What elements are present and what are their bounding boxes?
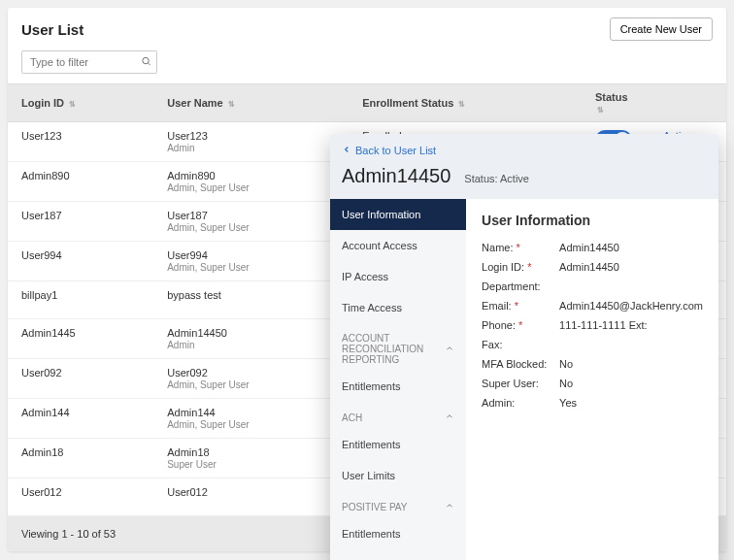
- cell-login: User012: [8, 478, 153, 516]
- cell-login: Admin890: [8, 162, 153, 202]
- cell-username: User994Admin, Super User: [153, 242, 349, 281]
- nav-time-access[interactable]: Time Access: [330, 292, 466, 323]
- info-row-admin: Admin: Yes: [482, 397, 703, 409]
- cell-username: User187Admin, Super User: [153, 202, 349, 242]
- viewing-text: Viewing 1 - 10 of 53: [21, 528, 116, 540]
- nav-ar-entitlements[interactable]: Entitlements: [330, 371, 466, 402]
- info-label: Login ID: *: [482, 261, 559, 273]
- col-status-header[interactable]: Status ⇅: [582, 84, 650, 122]
- back-to-list-link[interactable]: Back to User List: [342, 145, 436, 156]
- cell-username: User012: [153, 478, 349, 516]
- cell-username: Admin144Admin, Super User: [153, 399, 349, 439]
- nav-group-reporting[interactable]: REPORTING: [330, 549, 466, 560]
- svg-point-0: [143, 57, 149, 63]
- filter-container: [8, 50, 726, 83]
- nav-user-information[interactable]: User Information: [330, 199, 466, 230]
- detail-title-row: Admin14450 Status: Active: [342, 157, 707, 199]
- cell-username: bypass test: [153, 281, 349, 319]
- nav-group-account-reconciliation[interactable]: ACCOUNT RECONCILIATION REPORTING: [330, 323, 466, 371]
- user-detail-panel: Back to User List Admin14450 Status: Act…: [330, 134, 718, 560]
- info-label: Phone: *: [482, 319, 559, 331]
- info-value: No: [559, 378, 573, 389]
- col-username-header[interactable]: User Name ⇅: [153, 84, 349, 122]
- cell-username: Admin890Admin, Super User: [153, 162, 349, 202]
- cell-login: User994: [8, 242, 153, 281]
- cell-username: Admin18Super User: [153, 439, 349, 478]
- filter-input-wrap: [21, 50, 157, 74]
- cell-role: Admin, Super User: [167, 379, 335, 390]
- chevron-up-icon: [445, 501, 454, 512]
- cell-login: User123: [8, 122, 153, 162]
- info-label: Admin:: [482, 397, 559, 409]
- info-row-superuser: Super User: No: [482, 378, 703, 389]
- cell-login: billpay1: [8, 281, 153, 319]
- nav-ip-access[interactable]: IP Access: [330, 261, 466, 292]
- cell-role: Admin, Super User: [167, 222, 335, 233]
- cell-role: Admin: [167, 143, 335, 153]
- cell-role: Admin, Super User: [167, 419, 335, 430]
- info-value: Admin14450: [559, 242, 619, 253]
- create-new-user-button[interactable]: Create New User: [610, 17, 713, 41]
- cell-role: Super User: [167, 459, 335, 470]
- info-label: Department:: [482, 280, 559, 292]
- cell-username: Admin14450Admin: [153, 319, 349, 359]
- detail-nav: User Information Account Access IP Acces…: [330, 199, 466, 560]
- chevron-up-icon: [445, 412, 454, 423]
- nav-account-access[interactable]: Account Access: [330, 230, 466, 261]
- svg-line-1: [149, 63, 150, 65]
- col-actions-header: [650, 84, 726, 122]
- sort-icon: ⇅: [458, 100, 465, 109]
- chevron-up-icon: [445, 344, 454, 355]
- section-title: User Information: [482, 213, 703, 228]
- cell-role: Admin, Super User: [167, 262, 335, 273]
- info-row-name: Name: * Admin14450: [482, 242, 703, 253]
- nav-group-positive-pay[interactable]: POSITIVE PAY: [330, 491, 466, 518]
- detail-header: Back to User List Admin14450 Status: Act…: [330, 134, 718, 199]
- detail-title: Admin14450: [342, 165, 450, 187]
- info-label: Name: *: [482, 242, 559, 253]
- info-label: Super User:: [482, 378, 559, 389]
- info-value: 111-111-1111 Ext:: [559, 319, 648, 331]
- cell-login: Admin18: [8, 439, 153, 478]
- cell-login: User092: [8, 359, 153, 399]
- sort-icon: ⇅: [69, 100, 76, 109]
- nav-ach-user-limits[interactable]: User Limits: [330, 460, 466, 491]
- sort-icon: ⇅: [228, 100, 235, 109]
- cell-login: Admin1445: [8, 319, 153, 359]
- info-row-email: Email: * Admin14450@JackHenry.com: [482, 300, 703, 312]
- nav-pp-entitlements[interactable]: Entitlements: [330, 518, 466, 549]
- info-row-login: Login ID: * Admin14450: [482, 261, 703, 273]
- cell-role: Admin, Super User: [167, 182, 335, 193]
- col-enrollment-header[interactable]: Enrollment Status ⇅: [349, 84, 582, 122]
- filter-input[interactable]: [21, 50, 157, 74]
- nav-ach-entitlements[interactable]: Entitlements: [330, 429, 466, 460]
- card-header: User List Create New User: [8, 8, 726, 50]
- chevron-left-icon: [342, 145, 351, 156]
- detail-status: Status: Active: [464, 173, 529, 184]
- search-icon: [141, 56, 151, 69]
- page-title: User List: [21, 21, 83, 38]
- info-row-fax: Fax:: [482, 339, 703, 350]
- info-label: MFA Blocked:: [482, 358, 559, 370]
- cell-login: Admin144: [8, 399, 153, 439]
- cell-role: Admin: [167, 340, 335, 350]
- info-row-department: Department:: [482, 280, 703, 292]
- cell-username: User092Admin, Super User: [153, 359, 349, 399]
- detail-content: User Information Name: * Admin14450 Logi…: [466, 199, 718, 560]
- cell-login: User187: [8, 202, 153, 242]
- info-value: No: [559, 358, 573, 370]
- info-value: Yes: [559, 397, 577, 409]
- sort-icon: ⇅: [597, 106, 604, 115]
- info-value: Admin14450@JackHenry.com: [559, 300, 703, 312]
- info-row-phone: Phone: * 111-111-1111 Ext:: [482, 319, 703, 331]
- info-row-mfa: MFA Blocked: No: [482, 358, 703, 370]
- info-label: Fax:: [482, 339, 559, 350]
- info-label: Email: *: [482, 300, 559, 312]
- info-value: Admin14450: [559, 261, 619, 273]
- detail-body: User Information Account Access IP Acces…: [330, 199, 718, 560]
- nav-group-ach[interactable]: ACH: [330, 402, 466, 429]
- cell-username: User123Admin: [153, 122, 349, 162]
- col-login-header[interactable]: Login ID ⇅: [8, 84, 153, 122]
